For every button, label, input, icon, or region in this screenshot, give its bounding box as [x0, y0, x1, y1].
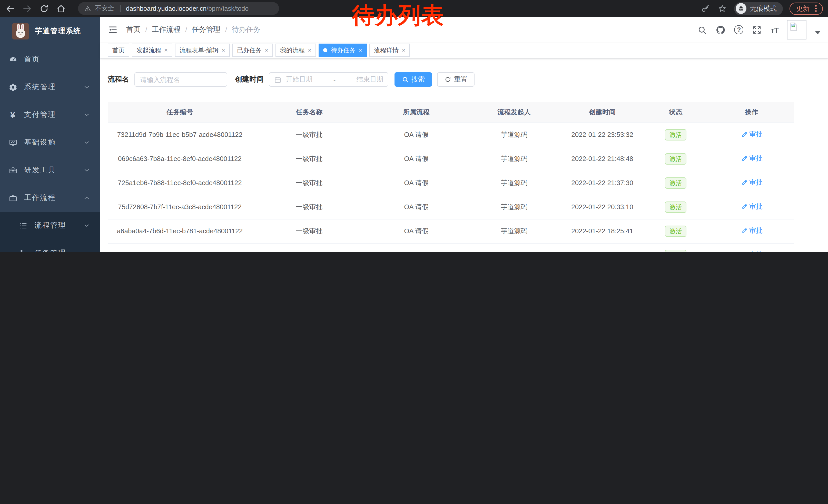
address-bar[interactable]: 不安全 dashboard.yudao.iocoder.cn/bpm/task/…	[78, 2, 279, 15]
url-separator	[120, 5, 120, 12]
table-body: 73211d9d-7b9b-11ec-b5b7-acde48001122 一级审…	[108, 123, 794, 252]
starter-cell: 芋道源码	[466, 171, 562, 195]
sidebar-item-task-management[interactable]: 任务管理	[0, 239, 100, 252]
tab-label: 流程详情	[374, 46, 399, 55]
sidebar-item-system[interactable]: 系统管理	[0, 73, 100, 101]
hamburger-icon[interactable]	[108, 25, 118, 35]
tab-process-form-edit[interactable]: 流程表单-编辑×	[175, 44, 230, 57]
starter-cell: 芋道源码	[466, 219, 562, 243]
navbar: 首页 / 工作流程 / 任务管理 / 待办任务 ?	[100, 17, 828, 43]
close-icon[interactable]: ×	[222, 47, 225, 54]
reset-button[interactable]: 重置	[437, 72, 474, 87]
status-badge: 激活	[665, 249, 687, 252]
incognito-label: 无痕模式	[750, 4, 777, 13]
fullscreen-icon[interactable]	[752, 25, 762, 35]
tab-label: 待办任务	[331, 46, 356, 55]
tab-todo-tasks[interactable]: 待办任务×	[319, 44, 367, 57]
status-badge: 激活	[665, 225, 687, 237]
help-icon[interactable]: ?	[734, 25, 744, 34]
close-icon[interactable]: ×	[265, 47, 268, 54]
process-cell: OA 请假	[367, 195, 466, 219]
yen-icon: ¥	[9, 110, 17, 119]
tab-label: 流程表单-编辑	[179, 46, 218, 55]
calendar-icon	[274, 76, 282, 83]
tab-process-detail[interactable]: 流程详情×	[369, 44, 410, 57]
close-icon[interactable]: ×	[164, 47, 168, 54]
close-icon[interactable]: ×	[402, 47, 405, 54]
actions-cell: 审批	[709, 243, 794, 252]
process-name-input[interactable]	[134, 72, 227, 87]
reload-icon[interactable]	[39, 3, 49, 13]
forward-icon[interactable]	[22, 3, 32, 13]
date-range-picker[interactable]: 开始日期 - 结束日期	[269, 72, 388, 87]
back-icon[interactable]	[5, 3, 15, 13]
chevron-down-icon	[84, 223, 90, 229]
breadcrumb-separator: /	[225, 26, 227, 34]
sidebar-item-label: 首页	[24, 55, 40, 64]
screen: 不安全 dashboard.yudao.iocoder.cn/bpm/task/…	[0, 0, 828, 252]
url-text: dashboard.yudao.iocoder.cn/bpm/task/todo	[126, 5, 249, 12]
approve-label: 审批	[749, 130, 762, 139]
approve-link[interactable]: 审批	[741, 226, 762, 235]
monitor-icon	[9, 138, 17, 147]
sidebar-item-dev-tools[interactable]: 研发工具	[0, 156, 100, 184]
sidebar-item-label: 研发工具	[24, 166, 56, 175]
edit-pencil-icon	[741, 179, 748, 186]
bookmark-star-icon[interactable]	[717, 3, 728, 13]
navbar-right: ? тT	[697, 20, 820, 40]
tab-done-tasks[interactable]: 已办任务×	[233, 44, 273, 57]
approve-link[interactable]: 审批	[741, 130, 762, 139]
task-name-cell: 一级审批	[252, 219, 367, 243]
starter-cell: 芋道源码	[466, 123, 562, 147]
tab-start-process[interactable]: 发起流程×	[132, 44, 172, 57]
process-cell: OA 请假	[367, 219, 466, 243]
browser-menu-icon[interactable]	[815, 8, 817, 9]
breadcrumb-task-management[interactable]: 任务管理	[192, 25, 220, 34]
reset-button-label: 重置	[454, 75, 467, 84]
list-icon	[19, 221, 28, 230]
col-task-id: 任务编号	[108, 102, 252, 123]
task-name-cell: 一级审批	[252, 147, 367, 171]
tab-label: 首页	[112, 46, 125, 55]
password-key-icon[interactable]	[700, 3, 710, 13]
sidebar-item-workflow[interactable]: 工作流程	[0, 184, 100, 212]
search-button[interactable]: 搜索	[395, 72, 432, 87]
search-icon	[402, 76, 409, 83]
chrome-update-button[interactable]: 更新	[790, 2, 823, 15]
create-time-cell: 2022-01-22 21:37:30	[562, 171, 642, 195]
sidebar-item-payment[interactable]: ¥ 支付管理	[0, 101, 100, 129]
sidebar-item-process-management[interactable]: 流程管理	[0, 212, 100, 239]
sidebar-item-infrastructure[interactable]: 基础设施	[0, 129, 100, 156]
tab-label: 已办任务	[237, 46, 262, 55]
approve-link[interactable]: 审批	[741, 178, 762, 187]
github-icon[interactable]	[716, 25, 726, 35]
sidebar-item-label: 工作流程	[24, 193, 56, 202]
approve-link[interactable]: 审批	[741, 202, 762, 211]
chevron-up-icon	[84, 250, 90, 252]
tab-home[interactable]: 首页	[108, 44, 129, 57]
approve-link[interactable]: 审批	[741, 154, 762, 163]
close-icon[interactable]: ×	[359, 47, 362, 54]
approve-link[interactable]: 审批	[741, 250, 762, 252]
search-icon[interactable]	[697, 25, 707, 35]
breadcrumb-separator: /	[185, 26, 187, 34]
sidebar-item-home[interactable]: 首页	[0, 46, 100, 73]
sidebar-item-label: 流程管理	[34, 221, 66, 230]
sidebar-item-label: 基础设施	[24, 138, 56, 147]
process-name-label: 流程名	[108, 75, 129, 84]
breadcrumb-workflow[interactable]: 工作流程	[152, 25, 180, 34]
font-size-icon[interactable]: тT	[771, 26, 778, 34]
search-button-label: 搜索	[411, 75, 425, 84]
app-logo[interactable]: 芋道管理系统	[0, 17, 100, 46]
tab-my-processes[interactable]: 我的流程×	[276, 44, 316, 57]
avatar-caret-icon[interactable]	[815, 31, 820, 34]
edit-pencil-icon	[741, 251, 748, 252]
flow-tree-icon	[19, 249, 28, 252]
avatar[interactable]	[787, 20, 806, 40]
create-time-cell: 2022-01-22 18:25:41	[562, 219, 642, 243]
approve-label: 审批	[749, 250, 762, 252]
home-icon[interactable]	[56, 3, 66, 13]
create-time-label: 创建时间	[235, 75, 264, 84]
breadcrumb-home[interactable]: 首页	[126, 25, 140, 34]
close-icon[interactable]: ×	[308, 47, 312, 54]
